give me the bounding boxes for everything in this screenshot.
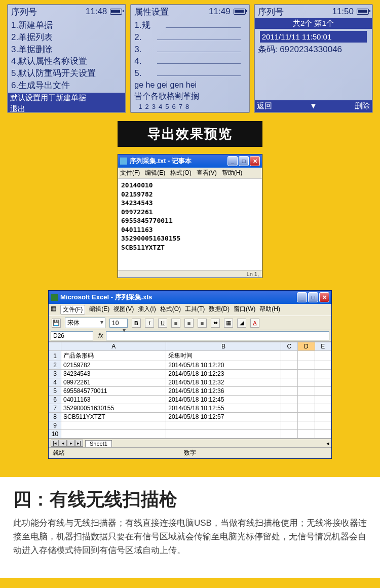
cell[interactable]: 2014/05/18 10:12:55 (166, 404, 281, 413)
col-header[interactable]: C (281, 342, 298, 351)
row-header[interactable]: 4 (49, 378, 61, 387)
align-center-icon[interactable]: ≡ (184, 319, 194, 328)
row-header[interactable]: 5 (49, 387, 61, 396)
cell[interactable]: 04011163 (61, 396, 166, 404)
cell[interactable] (315, 370, 331, 378)
menu-data[interactable]: 数据(D) (209, 305, 230, 315)
sheet-nav-first-icon[interactable]: |◂ (51, 440, 59, 447)
cell[interactable] (298, 370, 315, 378)
cell[interactable] (281, 361, 298, 370)
cell[interactable] (281, 430, 298, 439)
cell[interactable] (315, 351, 331, 361)
align-left-icon[interactable]: ≡ (171, 319, 180, 328)
cell[interactable] (315, 387, 331, 396)
cell[interactable] (166, 430, 281, 439)
sheet-nav-prev-icon[interactable]: ◂ (59, 440, 67, 447)
save-icon[interactable]: 💾 (52, 319, 61, 328)
cell[interactable] (61, 421, 166, 430)
ime-candidates-2[interactable]: 旹个各歌格割革搁 (134, 91, 245, 102)
cell[interactable] (315, 396, 331, 404)
maximize-button[interactable]: □ (308, 292, 318, 302)
menu-item[interactable]: 1.新建单据 (11, 19, 122, 31)
menu-file[interactable]: 文件(F) (120, 169, 140, 177)
menu-tools[interactable]: 工具(T) (185, 305, 205, 315)
col-header[interactable]: D (298, 342, 315, 351)
col-header[interactable]: A (61, 342, 166, 351)
minimize-button[interactable]: _ (227, 156, 238, 166)
menu-file[interactable]: 文件(F) (60, 305, 85, 315)
hscroll-left-icon[interactable]: ◂ (326, 440, 329, 447)
excel-titlebar[interactable]: Microsoft Excel - 序列采集.xls _ □ ✕ (49, 291, 331, 304)
cell[interactable]: 2014/05/18 10:12:36 (166, 387, 281, 396)
cell[interactable] (298, 351, 315, 361)
row-header[interactable]: 2 (49, 361, 61, 370)
sheet-nav-next-icon[interactable]: ▸ (67, 440, 75, 447)
row-header[interactable]: 6 (49, 396, 61, 404)
cell[interactable] (281, 378, 298, 387)
cell[interactable] (298, 430, 315, 439)
font-color-icon[interactable]: A (250, 319, 259, 328)
menu-item[interactable]: 5.默认防重码开关设置 (11, 67, 122, 80)
close-button[interactable]: ✕ (250, 156, 260, 166)
menu-item[interactable]: 3.单据删除 (11, 44, 122, 56)
cell[interactable]: 09972261 (61, 378, 166, 387)
menu-edit[interactable]: 编辑(E) (89, 305, 109, 315)
row-header[interactable]: 1 (49, 351, 61, 361)
cell[interactable] (298, 404, 315, 413)
formula-input[interactable] (106, 331, 329, 340)
menu-help[interactable]: 帮助(H) (222, 169, 243, 177)
font-size-select[interactable]: 10 (109, 319, 128, 328)
cell[interactable] (315, 404, 331, 413)
cell[interactable] (298, 413, 315, 421)
borders-icon[interactable]: ▦ (224, 319, 233, 328)
cell[interactable] (281, 404, 298, 413)
cell[interactable]: 2014/05/18 10:12:20 (166, 361, 281, 370)
timestamp-row[interactable]: 2011/11/11 11:50:01 (260, 31, 367, 43)
cell[interactable]: 2014/05/18 10:12:23 (166, 370, 281, 378)
minimize-button[interactable]: _ (297, 292, 307, 302)
cell[interactable] (281, 413, 298, 421)
softkey-down[interactable]: ▼ (294, 101, 332, 111)
menu-insert[interactable]: 插入(I) (138, 305, 156, 315)
cell[interactable] (281, 351, 298, 361)
prop-item[interactable]: 2. (134, 31, 141, 44)
fx-icon[interactable]: fx (95, 332, 106, 339)
fill-color-icon[interactable]: ◢ (237, 319, 246, 328)
cell[interactable]: 34234543 (61, 370, 166, 378)
menu-format[interactable]: 格式(O) (160, 305, 181, 315)
row-header[interactable]: 3 (49, 370, 61, 378)
menu-item[interactable]: 6.生成导出文件 (11, 80, 122, 92)
row-header[interactable]: 7 (49, 404, 61, 413)
cell[interactable] (298, 396, 315, 404)
align-right-icon[interactable]: ≡ (198, 319, 207, 328)
cell[interactable]: 02159782 (61, 361, 166, 370)
row-header[interactable]: 8 (49, 413, 61, 421)
cell[interactable]: 产品条形码 (61, 351, 166, 361)
cell[interactable] (281, 370, 298, 378)
prop-item[interactable]: 1.规 (134, 19, 150, 31)
sheet-nav-last-icon[interactable]: ▸| (75, 440, 83, 447)
notepad-text-area[interactable]: 20140010 02159782 34234543 09972261 6955… (118, 179, 262, 270)
cell[interactable] (166, 421, 281, 430)
cell[interactable]: 352900051630155 (61, 404, 166, 413)
cell[interactable]: 6955845770011 (61, 387, 166, 396)
menu-view[interactable]: 视图(V) (113, 305, 134, 315)
prop-item[interactable]: 4. (134, 55, 141, 67)
cell[interactable] (281, 421, 298, 430)
cell[interactable] (61, 430, 166, 439)
menu-view[interactable]: 查看(V) (197, 169, 217, 177)
softkey-exit[interactable]: 退出 (10, 104, 123, 113)
prop-item[interactable]: 3. (134, 44, 141, 56)
softkey-back[interactable]: 返回 (257, 101, 294, 111)
select-all-corner[interactable] (49, 342, 61, 351)
font-name-select[interactable]: 宋体 (65, 318, 105, 328)
cell[interactable] (298, 361, 315, 370)
row-header[interactable]: 9 (49, 421, 61, 430)
ime-candidates[interactable]: ge he gei gen hei (134, 80, 245, 91)
col-header[interactable]: B (166, 342, 281, 351)
menu-edit[interactable]: 编辑(E) (145, 169, 165, 177)
menu-help[interactable]: 帮助(H) (259, 305, 280, 315)
cell[interactable] (298, 387, 315, 396)
cell[interactable] (315, 361, 331, 370)
name-box[interactable]: D26 (51, 331, 93, 340)
